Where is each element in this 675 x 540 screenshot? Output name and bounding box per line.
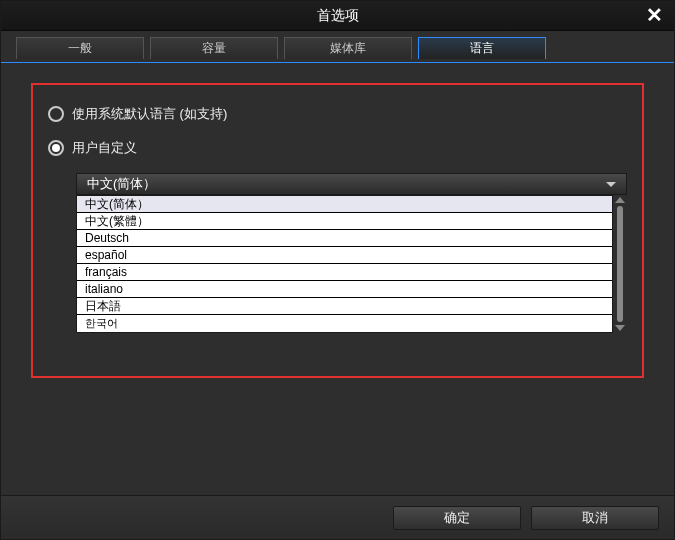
footer: 确定 取消 [1,495,674,539]
scroll-up-icon[interactable] [615,197,625,203]
ok-button[interactable]: 确定 [393,506,521,530]
tab-general[interactable]: 一般 [16,37,144,59]
dropdown-header[interactable]: 中文(简体） [76,173,627,195]
tabbar: 一般 容量 媒体库 语言 [1,31,674,63]
language-dropdown: 中文(简体） 中文(简体） 中文(繁體） Deutsch español fra… [76,173,627,333]
radio-user-custom-row[interactable]: 用户自定义 [48,139,627,157]
list-item[interactable]: français [77,264,612,281]
radio-system-default[interactable] [48,106,64,122]
language-panel: 使用系统默认语言 (如支持) 用户自定义 中文(简体） 中文(简体） 中文(繁體… [31,83,644,378]
cancel-button[interactable]: 取消 [531,506,659,530]
window-title: 首选项 [317,7,359,25]
dropdown-list[interactable]: 中文(简体） 中文(繁體） Deutsch español français i… [76,195,613,333]
list-item[interactable]: 日本語 [77,298,612,315]
chevron-down-icon [606,182,616,187]
dropdown-selected: 中文(简体） [87,175,156,193]
radio-user-custom[interactable] [48,140,64,156]
tab-capacity[interactable]: 容量 [150,37,278,59]
tab-language[interactable]: 语言 [418,37,546,59]
list-item[interactable]: 中文(简体） [77,196,612,213]
list-item[interactable]: español [77,247,612,264]
radio-user-custom-label: 用户自定义 [72,139,137,157]
radio-system-default-row[interactable]: 使用系统默认语言 (如支持) [48,105,627,123]
list-item[interactable]: 한국어 [77,315,612,332]
titlebar[interactable]: 首选项 ✕ [1,1,674,31]
close-icon[interactable]: ✕ [642,3,666,27]
tab-media[interactable]: 媒体库 [284,37,412,59]
scrollbar[interactable] [613,195,627,333]
radio-system-default-label: 使用系统默认语言 (如支持) [72,105,227,123]
content-area: 使用系统默认语言 (如支持) 用户自定义 中文(简体） 中文(简体） 中文(繁體… [1,63,674,495]
list-item[interactable]: 中文(繁體） [77,213,612,230]
scroll-track[interactable] [617,206,623,322]
list-item[interactable]: italiano [77,281,612,298]
list-item[interactable]: Deutsch [77,230,612,247]
scroll-down-icon[interactable] [615,325,625,331]
